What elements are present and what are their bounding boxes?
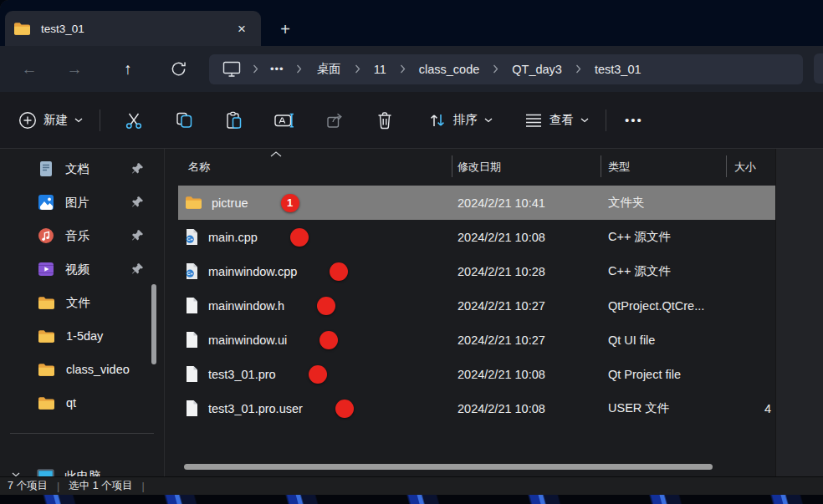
column-header-type[interactable]: 类型	[608, 160, 630, 175]
refresh-button[interactable]	[161, 53, 195, 86]
annotation-badge	[335, 400, 354, 418]
sidebar-item-label: 图片	[65, 195, 89, 211]
sidebar-scrollbar[interactable]	[151, 284, 156, 364]
address-bar[interactable]: ••• 桌面11class_codeQT_day3test3_01	[209, 54, 803, 84]
breadcrumb-item-QT_day3[interactable]: QT_day3	[504, 59, 570, 79]
column-header-date[interactable]: 修改日期	[458, 160, 501, 175]
more-options-button[interactable]: •••	[615, 106, 653, 134]
file-date-modified: 2024/2/21 10:08	[458, 357, 545, 391]
delete-button[interactable]	[360, 104, 410, 137]
forward-button[interactable]: →	[58, 53, 91, 86]
sidebar-item-files[interactable]: 文件	[0, 286, 164, 319]
status-divider: |	[57, 481, 59, 492]
sidebar-item-pictures[interactable]: 图片	[0, 186, 164, 219]
file-row-mainwindow.cpp[interactable]: C+ mainwindow.cpp 2024/2/21 10:28 C++ 源文…	[178, 254, 775, 288]
column-divider[interactable]	[452, 155, 452, 177]
sidebar-item-videos[interactable]: 视频	[0, 252, 164, 286]
annotation-badge: 1	[281, 194, 299, 212]
file-row-mainwindow.ui[interactable]: mainwindow.ui 2024/2/21 10:27 Qt UI file	[178, 323, 775, 357]
up-button[interactable]: ↑	[111, 53, 145, 86]
view-button[interactable]: 查看	[519, 105, 594, 135]
sidebar-item-1-5day[interactable]: 1-5day	[0, 319, 164, 353]
column-header-name[interactable]: 名称	[188, 160, 210, 175]
chevron-right-icon[interactable]	[350, 64, 365, 74]
file-type: C++ 源文件	[608, 220, 671, 254]
docs-icon	[38, 160, 54, 178]
annotation-badge	[290, 228, 309, 247]
file-type: Qt UI file	[608, 323, 655, 357]
chevron-right-icon[interactable]	[248, 64, 263, 74]
folder-icon	[38, 363, 55, 377]
sidebar-item-class_video[interactable]: class_video	[0, 353, 164, 386]
command-toolbar: 新建 排序 查看 •••	[0, 92, 823, 149]
tab-test3_01[interactable]: test3_01 ×	[5, 11, 261, 46]
annotation-badge	[330, 262, 348, 281]
file-row-main.cpp[interactable]: C+ main.cpp 2024/2/21 10:08 C++ 源文件	[178, 220, 775, 254]
sidebar-item-music[interactable]: 音乐	[0, 219, 164, 252]
share-button[interactable]	[309, 104, 360, 137]
sidebar-item-qt[interactable]: qt	[0, 386, 164, 420]
chevron-right-icon[interactable]	[488, 64, 504, 74]
sidebar-item-documents[interactable]: 文档	[0, 152, 164, 186]
svg-text:C+: C+	[187, 237, 194, 242]
file-list: pictrue 1 2024/2/21 10:41 文件夹 C+ main.cp…	[178, 186, 775, 425]
breadcrumb-item-11[interactable]: 11	[365, 59, 395, 79]
annotation-badge	[319, 331, 338, 349]
column-divider[interactable]	[726, 155, 727, 177]
cut-button[interactable]	[109, 104, 159, 137]
sort-arrows-icon	[428, 111, 447, 130]
sidebar: 文档 图片 音乐 视频 文件 1-5day class_video qt	[0, 149, 165, 476]
file-icon	[185, 365, 199, 383]
new-button-label: 新建	[43, 112, 68, 128]
breadcrumb-item-test3_01[interactable]: test3_01	[586, 59, 650, 79]
chevron-right-icon[interactable]	[291, 64, 307, 74]
refresh-icon	[170, 60, 187, 78]
copy-icon	[174, 110, 194, 130]
breadcrumb-item-class_code[interactable]: class_code	[411, 59, 488, 79]
horizontal-scrollbar[interactable]	[184, 464, 713, 470]
column-header-size[interactable]: 大小	[734, 160, 756, 175]
file-row-pictrue[interactable]: pictrue 1 2024/2/21 10:41 文件夹	[178, 186, 775, 220]
cut-icon	[124, 110, 144, 130]
file-date-modified: 2024/2/21 10:08	[458, 391, 545, 425]
sidebar-item-label: 文件	[66, 295, 90, 311]
breadcrumb-this-pc[interactable]	[217, 61, 246, 77]
copy-button[interactable]	[159, 104, 209, 137]
pin-icon	[131, 229, 144, 242]
new-tab-button[interactable]: +	[273, 17, 298, 42]
chevron-right-icon[interactable]	[570, 64, 586, 74]
file-date-modified: 2024/2/21 10:41	[458, 186, 545, 220]
file-row-mainwindow.h[interactable]: mainwindow.h 2024/2/21 10:27 QtProject.Q…	[178, 288, 775, 323]
paste-button[interactable]	[209, 104, 259, 137]
file-name: pictrue	[212, 196, 248, 210]
sidebar-item-label: 视频	[65, 262, 89, 277]
file-type: C++ 源文件	[608, 254, 671, 288]
folder-icon	[185, 196, 202, 210]
sort-button[interactable]: 排序	[423, 104, 498, 136]
file-type: Qt Project file	[608, 357, 681, 391]
breadcrumb-item-桌面[interactable]: 桌面	[309, 58, 350, 80]
sidebar-divider	[10, 433, 154, 434]
close-tab-button[interactable]: ×	[231, 20, 253, 38]
chevron-right-icon[interactable]	[395, 64, 411, 74]
search-box-partial[interactable]	[814, 53, 823, 84]
sidebar-item-label: 音乐	[65, 228, 89, 244]
breadcrumb-overflow-button[interactable]: •••	[265, 63, 289, 75]
toolbar-divider	[100, 109, 100, 131]
toolbar-divider	[606, 109, 606, 131]
rename-button[interactable]	[259, 104, 309, 137]
file-name: mainwindow.h	[208, 299, 284, 313]
column-divider[interactable]	[601, 155, 601, 177]
folder-icon	[38, 296, 55, 310]
file-row-test3_01.pro.user[interactable]: test3_01.pro.user 2024/2/21 10:08 USER 文…	[178, 391, 775, 425]
back-button[interactable]: ←	[13, 53, 46, 86]
rename-icon	[273, 110, 295, 130]
file-row-test3_01.pro[interactable]: test3_01.pro 2024/2/21 10:08 Qt Project …	[178, 357, 775, 391]
new-button[interactable]: 新建	[13, 104, 88, 136]
file-type: USER 文件	[608, 391, 669, 425]
file-date-modified: 2024/2/21 10:27	[458, 288, 545, 323]
annotation-badge	[309, 365, 327, 384]
file-date-modified: 2024/2/21 10:27	[458, 323, 545, 357]
main-area: 文档 图片 音乐 视频 文件 1-5day class_video qt	[0, 149, 823, 476]
cpp-icon: C+	[185, 262, 199, 280]
